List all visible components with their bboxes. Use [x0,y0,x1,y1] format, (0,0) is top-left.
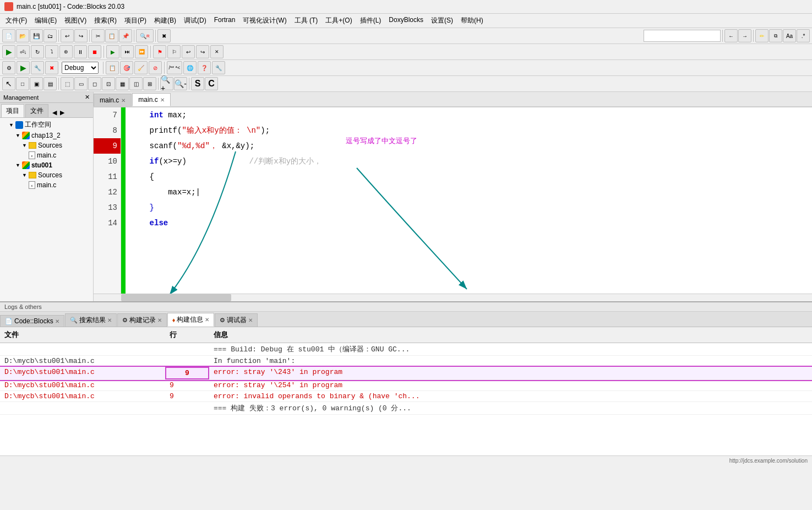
help-btn[interactable]: ❓ [198,61,211,74]
tab-build-log[interactable]: ⚙ 构建记录 ✕ [117,313,167,327]
menu-item-1[interactable]: 编辑(E) [31,15,60,26]
buildinfo-tab-close[interactable]: ✕ [205,317,209,323]
tree-workspace[interactable]: ▼ 工作空间 [0,119,93,131]
stop-button[interactable]: ⏹ [88,45,101,58]
clean-btn[interactable]: 🧹 [134,61,148,74]
code-content[interactable]: int max; printf("输入x和y的值： \n"); scanf("%… [126,107,812,294]
codeblocks-tab-close[interactable]: ✕ [55,318,59,324]
menu-item-12[interactable]: DoxyBlocks [385,15,427,26]
menu-item-0[interactable]: 文件(F) [2,15,30,26]
tree-sources-1[interactable]: ▼ Sources [0,140,93,150]
highlight-button[interactable]: ✏ [755,29,769,42]
find-button[interactable]: 🔍R [136,29,154,42]
zoom-in-tool[interactable]: 🔍+ [160,77,173,90]
menu-item-2[interactable]: 视图(V) [61,15,90,26]
project-btn[interactable]: 🎯 [120,61,133,74]
log-row-build-start[interactable]: === Build: Debug 在 stu001 中（编译器：GNU GC..… [0,343,812,356]
build-button[interactable]: 🔧 [31,61,44,74]
shape2-tool[interactable]: ▭ [74,77,88,90]
rect3-tool[interactable]: ▤ [43,77,57,90]
log-row-error-1[interactable]: D:\mycb\stu001\main.c 9 error: stray '\2… [0,367,812,380]
tree-chap13[interactable]: ▼ chap13_2 [0,131,93,140]
log-row-function[interactable]: D:\mycb\stu001\main.c In function 'main'… [0,356,812,367]
tools-btn[interactable]: 🔧 [212,61,225,74]
menu-item-5[interactable]: 构建(B) [151,15,179,26]
nav-right-btn[interactable]: ▶ [58,108,66,117]
menu-item-10[interactable]: 工具+(O) [322,15,355,26]
buildlog-tab-close[interactable]: ✕ [157,317,162,323]
menu-item-3[interactable]: 搜索(R) [91,15,120,26]
open-button[interactable]: 📂 [16,29,29,42]
nav-clear-button[interactable]: ✕ [210,45,224,58]
step-in-button[interactable]: ⏎↓ [17,45,30,58]
nav-left-btn[interactable]: ◀ [51,108,58,117]
tree-mainc-2[interactable]: c main.c [0,180,93,190]
search-input[interactable] [644,30,721,42]
build-run-button[interactable]: ▶ [17,61,30,74]
shape5-tool[interactable]: ▦ [116,77,129,90]
menu-item-9[interactable]: 工具 (T) [291,15,321,26]
shape3-tool[interactable]: ◻ [88,77,101,90]
search-tab-close[interactable]: ✕ [107,317,112,323]
menu-item-8[interactable]: 可视化设计(W) [239,15,290,26]
html-btn[interactable]: /** *< [167,61,182,74]
settings-button[interactable]: ⚙ [2,61,15,74]
log-row-build-end[interactable]: === 构建 失败：3 error(s), 0 warning(s) (0 分.… [0,402,812,415]
menu-item-14[interactable]: 帮助(H) [457,15,487,26]
flag2-button[interactable]: ⚐ [167,45,181,58]
rect2-tool[interactable]: ▣ [30,77,43,90]
run-button[interactable]: ▶ [2,45,15,58]
web-btn[interactable]: 🌐 [183,61,197,74]
zoom-out-tool[interactable]: 🔍- [174,77,187,90]
log-row-error-2[interactable]: D:\mycb\stu001\main.c 9 error: stray '\2… [0,380,812,391]
code-editor[interactable]: 7 8 9 10 11 12 13 14 int max; [94,107,812,294]
paste-button[interactable]: 📌 [119,29,132,42]
tree-mainc-1[interactable]: c main.c [0,150,93,160]
flag-button[interactable]: ⚑ [153,45,166,58]
tab1-close-button[interactable]: ✕ [121,97,126,104]
tab-search-results[interactable]: 🔍 搜索结果 ✕ [65,313,117,327]
tab-debugger[interactable]: ⚙ 调试器 ✕ [215,313,258,327]
menu-item-13[interactable]: 设置(S) [428,15,456,26]
tree-sources-2[interactable]: ▼ Sources [0,170,93,180]
match-button[interactable]: ⧉ [769,29,782,42]
save-button[interactable]: 💾 [30,29,43,42]
shape4-tool[interactable]: ⊡ [102,77,115,90]
build-btn2[interactable]: 📋 [106,61,119,74]
regex-button[interactable]: .* [797,29,810,42]
S-tool[interactable]: S [191,77,204,90]
close-button[interactable]: ✖ [157,29,171,42]
redo-button[interactable]: ↪ [74,29,88,42]
debug-more-button[interactable]: ⏩ [135,45,148,58]
menu-item-4[interactable]: 项目(P) [121,15,150,26]
shape6-tool[interactable]: ◫ [129,77,143,90]
tab-files[interactable]: 文件 [25,104,48,117]
menu-item-6[interactable]: 调试(D) [181,15,210,26]
tab-project[interactable]: 项目 [1,104,24,117]
next-button[interactable]: ↻ [31,45,44,58]
tab-mainc-2[interactable]: main.c ✕ [132,93,170,106]
h-scrollbar[interactable] [94,294,812,301]
shape1-tool[interactable]: ⬚ [61,77,74,90]
C-tool[interactable]: C [205,77,218,90]
tab-mainc-1[interactable]: main.c ✕ [94,94,132,106]
log-row-error-3[interactable]: D:\mycb\stu001\main.c 9 error: invalid o… [0,391,812,402]
tab-codeblocks[interactable]: 📄 Code::Blocks ✕ [0,315,64,327]
rect-tool[interactable]: □ [16,77,29,90]
abort-button[interactable]: ✖ [45,61,58,74]
new-button[interactable]: 📄 [2,29,15,42]
config-select[interactable]: Debug Release [62,62,99,74]
menu-item-7[interactable]: Fortran [211,15,239,26]
pause-button[interactable]: ⏸ [74,45,87,58]
nav-back-button[interactable]: ↩ [182,45,195,58]
debugger-tab-close[interactable]: ✕ [248,317,253,323]
nav-fwd-button[interactable]: ↪ [196,45,209,58]
shape7-tool[interactable]: ⊞ [143,77,156,90]
continue-button[interactable]: ⊛ [59,45,73,58]
menu-item-11[interactable]: 插件(L) [357,15,385,26]
undo-button[interactable]: ↩ [61,29,74,42]
font-button[interactable]: Aa [783,29,796,42]
build-abort-btn[interactable]: ⊘ [149,61,162,74]
forward-button[interactable]: → [738,29,751,42]
cut-button[interactable]: ✂ [91,29,105,42]
